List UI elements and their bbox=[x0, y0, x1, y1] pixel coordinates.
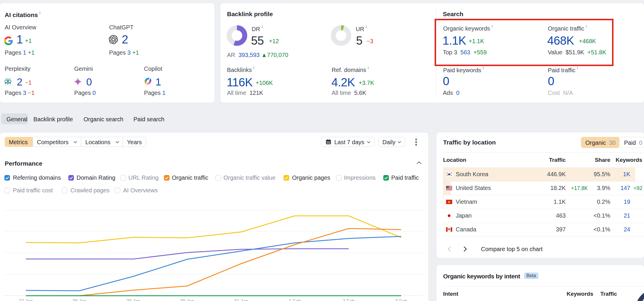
svg-text:31 Jan: 31 Jan bbox=[234, 299, 248, 301]
svg-text:27 Jan: 27 Jan bbox=[19, 299, 33, 301]
svg-text:1 Feb: 1 Feb bbox=[289, 299, 301, 301]
svg-text:28 Jan: 28 Jan bbox=[72, 299, 87, 301]
svg-text:2 Feb: 2 Feb bbox=[343, 299, 355, 301]
svg-text:29 Jan: 29 Jan bbox=[126, 299, 140, 301]
svg-text:30 Jan: 30 Jan bbox=[180, 299, 194, 301]
svg-text:3 Feb: 3 Feb bbox=[395, 299, 407, 301]
